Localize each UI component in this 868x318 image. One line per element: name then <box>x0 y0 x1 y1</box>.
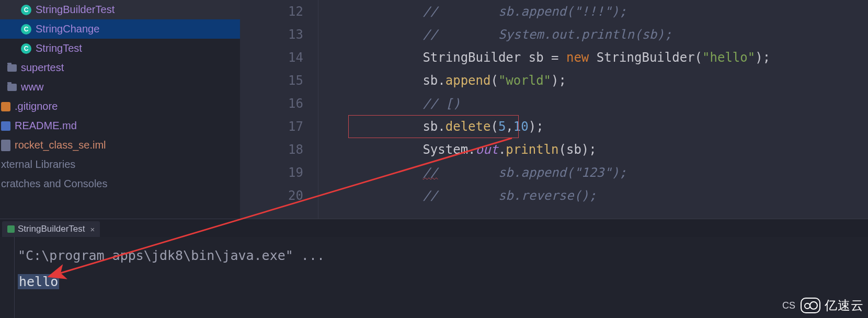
folder-icon <box>7 84 17 91</box>
code-line[interactable]: // sb.append("!!!"); <box>332 0 868 23</box>
main-area: StringBuilderTestStringChangeStringTests… <box>0 0 868 219</box>
close-icon[interactable]: × <box>90 225 95 234</box>
tree-item-label: rocket_class_se.iml <box>15 139 106 151</box>
tree-item-label: supertest <box>21 62 64 74</box>
code-line[interactable]: sb.delete(5,10); <box>332 115 868 138</box>
tree-item-label: StringBuilderTest <box>36 4 115 16</box>
line-number: 14 <box>240 46 303 69</box>
tree-item[interactable]: cratches and Consoles <box>0 174 240 194</box>
line-number: 20 <box>240 184 303 207</box>
line-number: 12 <box>240 0 303 23</box>
watermark: CS 亿速云 <box>782 297 864 314</box>
iml-icon <box>1 140 10 151</box>
line-number: 19 <box>240 161 303 184</box>
tree-item-label: www <box>21 81 43 93</box>
tree-item[interactable]: xternal Libraries <box>0 155 240 174</box>
tree-item-label: .gitignore <box>15 100 58 112</box>
project-tree[interactable]: StringBuilderTestStringChangeStringTests… <box>0 0 240 194</box>
run-icon <box>7 225 15 233</box>
run-tabbar: StringBuilderTest × <box>0 219 868 237</box>
line-number: 18 <box>240 138 303 161</box>
java-class-icon <box>21 24 31 35</box>
tree-item-label: README.md <box>15 120 77 132</box>
line-number: 15 <box>240 69 303 92</box>
tree-item[interactable]: .gitignore <box>0 97 240 116</box>
tree-item[interactable]: StringChange <box>0 19 240 39</box>
app-root: StringBuilderTestStringChangeStringTests… <box>0 0 868 318</box>
tree-item[interactable]: www <box>0 77 240 97</box>
console-output-line: hello <box>18 274 59 289</box>
line-number: 13 <box>240 23 303 46</box>
run-tool-window: StringBuilderTest × "C:\program apps\jdk… <box>0 219 868 318</box>
folder-icon <box>7 64 17 72</box>
console-command-line: "C:\program apps\jdk8\bin\java.exe" ... <box>18 244 861 267</box>
cloud-icon <box>801 298 820 313</box>
java-class-icon <box>21 43 31 54</box>
tree-item[interactable]: README.md <box>0 116 240 135</box>
code-line[interactable]: StringBuilder sb = new StringBuilder("he… <box>332 46 868 69</box>
tree-item[interactable]: rocket_class_se.iml <box>0 135 240 155</box>
run-tab-label: StringBuilderTest <box>18 224 85 234</box>
tree-item[interactable]: StringTest <box>0 39 240 58</box>
line-number: 16 <box>240 92 303 115</box>
code-line[interactable]: // sb.append("123"); <box>332 161 868 184</box>
line-number: 17 <box>240 115 303 138</box>
code-line[interactable]: // sb.reverse(); <box>332 184 868 207</box>
tree-item-label: xternal Libraries <box>1 158 75 171</box>
code-line[interactable]: System.out.println(sb); <box>332 138 868 161</box>
watermark-text: 亿速云 <box>825 297 864 314</box>
java-class-icon <box>21 5 31 15</box>
console-gutter <box>0 237 15 318</box>
tree-item-label: StringTest <box>36 42 82 54</box>
editor-code-area[interactable]: // sb.append("!!!"); // System.out.print… <box>318 0 868 219</box>
tree-item[interactable]: StringBuilderTest <box>0 0 240 19</box>
md-icon <box>1 121 10 131</box>
tree-item-label: StringChange <box>36 23 99 35</box>
console-output[interactable]: "C:\program apps\jdk8\bin\java.exe" ... … <box>0 237 868 318</box>
git-icon <box>1 102 10 111</box>
run-tab[interactable]: StringBuilderTest × <box>2 221 100 237</box>
watermark-prefix: CS <box>782 300 795 311</box>
editor-gutter: 121314151617181920 <box>240 0 318 219</box>
project-sidebar: StringBuilderTestStringChangeStringTests… <box>0 0 240 219</box>
tree-item-label: cratches and Consoles <box>1 178 107 190</box>
code-line[interactable]: // System.out.println(sb); <box>332 23 868 46</box>
code-line[interactable]: sb.append("world"); <box>332 69 868 92</box>
code-editor[interactable]: 121314151617181920 // sb.append("!!!"); … <box>240 0 868 219</box>
tree-item[interactable]: supertest <box>0 58 240 77</box>
code-line[interactable]: // [) <box>332 92 868 115</box>
